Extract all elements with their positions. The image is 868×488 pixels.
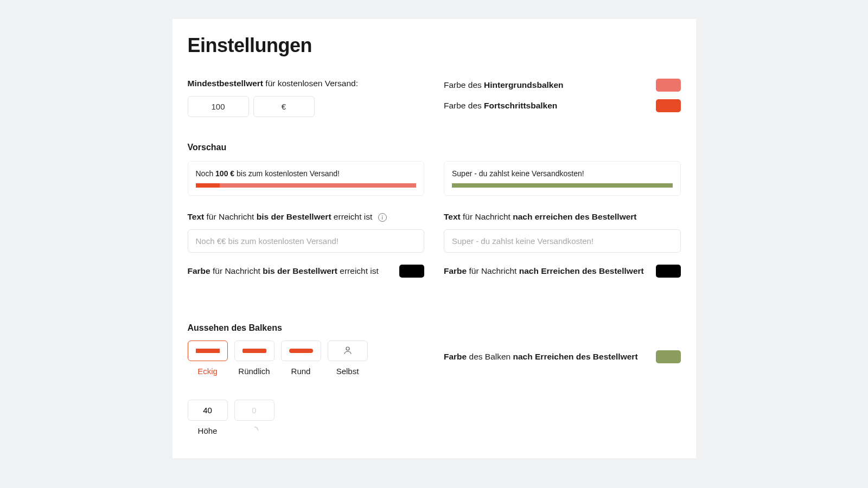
msg-before-color-swatch[interactable] bbox=[399, 265, 424, 278]
msg-before-label: Text für Nachricht bis der Bestellwert e… bbox=[188, 212, 425, 222]
preview-after-card: Super - du zahlst keine Versandkosten! bbox=[444, 161, 681, 196]
appearance-heading: Aussehen des Balkens bbox=[188, 323, 425, 333]
min-order-input[interactable] bbox=[188, 96, 249, 117]
msg-after-input[interactable] bbox=[444, 229, 681, 253]
preview-after-bar bbox=[452, 183, 673, 188]
msg-before-input[interactable] bbox=[188, 229, 425, 253]
msg-after-label: Text für Nachricht nach erreichen des Be… bbox=[444, 212, 681, 222]
radius-input[interactable] bbox=[234, 400, 275, 421]
shape-option-eckig[interactable] bbox=[188, 341, 228, 361]
shape-option-ruendlich[interactable] bbox=[234, 341, 275, 361]
settings-page: Einstellungen Mindestbestellwert für kos… bbox=[173, 19, 696, 458]
fg-color-label: Farbe des Fortschrittsbalken bbox=[444, 101, 557, 111]
shape-option-selbst[interactable] bbox=[328, 341, 368, 361]
bar-after-color-label: Farbe des Balken nach Erreichen des Best… bbox=[444, 352, 638, 362]
preview-heading: Vorschau bbox=[188, 143, 681, 152]
spinner-icon bbox=[234, 426, 275, 436]
msg-before-color-label: Farbe für Nachricht bis der Bestellwert … bbox=[188, 266, 379, 276]
preview-before-card: Noch 100 € bis zum kostenlosten Versand! bbox=[188, 161, 425, 196]
shape-options: Eckig Ründlich Rund Selbst bbox=[188, 341, 425, 376]
page-title: Einstellungen bbox=[188, 34, 681, 57]
min-order-label: Mindestbestellwert für kostenlosen Versa… bbox=[188, 79, 425, 88]
preview-before-text: Noch 100 € bis zum kostenlosten Versand! bbox=[196, 169, 417, 178]
bar-after-color-swatch[interactable] bbox=[656, 350, 681, 363]
fg-color-swatch[interactable] bbox=[656, 99, 681, 112]
top-row: Mindestbestellwert für kostenlosen Versa… bbox=[188, 79, 681, 120]
info-icon[interactable]: i bbox=[378, 213, 387, 222]
svg-point-0 bbox=[346, 347, 349, 350]
currency-input[interactable] bbox=[253, 96, 315, 117]
person-icon bbox=[343, 345, 353, 357]
bg-color-swatch[interactable] bbox=[656, 79, 681, 92]
preview-after-text: Super - du zahlst keine Versandkosten! bbox=[452, 169, 673, 178]
msg-after-color-label: Farbe für Nachricht nach Erreichen des B… bbox=[444, 266, 644, 276]
preview-before-bar bbox=[196, 183, 417, 188]
height-input[interactable] bbox=[188, 400, 228, 421]
shape-option-rund[interactable] bbox=[281, 341, 321, 361]
msg-after-color-swatch[interactable] bbox=[656, 265, 681, 278]
bg-color-label: Farbe des Hintergrundsbalken bbox=[444, 80, 564, 90]
